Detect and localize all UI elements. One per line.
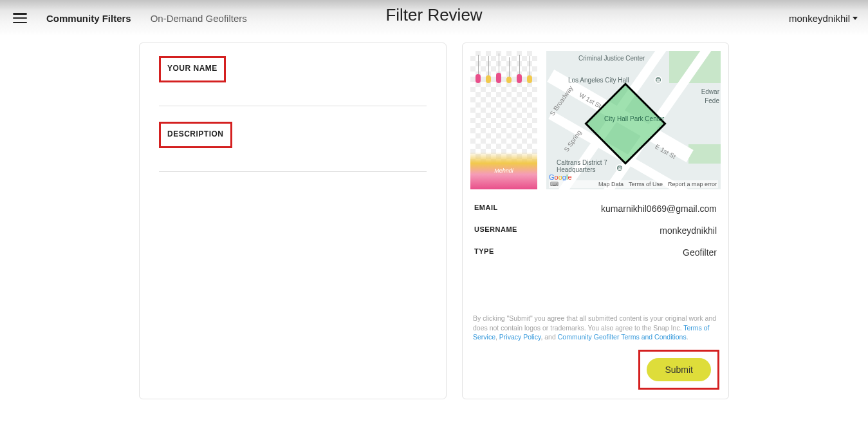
legal-pre: By clicking "Submit" you agree that all … xyxy=(473,314,716,332)
description-label: DESCRIPTION xyxy=(167,129,224,138)
review-panel: Mehndi City Hall Park Center Criminal Ju… xyxy=(462,43,729,399)
info-rows: EMAIL kumarnikhil0669@gmail.com USERNAME… xyxy=(470,204,721,269)
map-report-link[interactable]: Report a map error xyxy=(668,181,717,187)
poi-fede: Fede xyxy=(705,97,719,104)
map[interactable]: City Hall Park Center Criminal Justice C… xyxy=(546,51,721,189)
geofilter-terms-link[interactable]: Community Geofilter Terms and Conditions xyxy=(558,333,687,341)
submit-button[interactable]: Submit xyxy=(647,358,711,381)
page-title: Filter Review xyxy=(385,5,482,25)
poi-city-hall: Los Angeles City Hall xyxy=(568,77,629,84)
username-value: monkeydnikhil xyxy=(660,225,717,236)
tab-on-demand-geofilters[interactable]: On-Demand Geofilters xyxy=(151,13,247,24)
map-pin-icon: 🏛 xyxy=(654,76,662,84)
tab-community-filters[interactable]: Community Filters xyxy=(46,13,131,24)
highlight-description: DESCRIPTION xyxy=(159,122,232,148)
map-tou-link[interactable]: Terms of Use xyxy=(629,181,663,187)
poi-caltrans: Caltrans District 7 Headquarters xyxy=(557,159,611,173)
form-panel: YOUR NAME DESCRIPTION xyxy=(139,43,447,399)
filter-preview: Mehndi xyxy=(470,51,537,189)
email-key: EMAIL xyxy=(474,204,498,214)
lanterns-decoration xyxy=(470,51,537,83)
type-value: Geofilter xyxy=(683,247,717,258)
your-name-input[interactable] xyxy=(159,88,427,106)
menu-icon[interactable] xyxy=(13,13,27,23)
media-row: Mehndi City Hall Park Center Criminal Ju… xyxy=(470,51,721,189)
type-key: TYPE xyxy=(474,247,494,258)
poi-edward: Edwar xyxy=(701,88,719,95)
chevron-down-icon xyxy=(853,17,858,20)
info-row-email: EMAIL kumarnikhil0669@gmail.com xyxy=(474,204,717,214)
description-input[interactable] xyxy=(159,153,427,172)
highlight-submit: Submit xyxy=(638,350,719,390)
your-name-label: YOUR NAME xyxy=(167,64,217,73)
main-content: YOUR NAME DESCRIPTION Mehndi xyxy=(0,36,868,399)
privacy-link[interactable]: Privacy Policy xyxy=(499,333,541,341)
map-attribution: ⌨ Map Data Terms of Use Report a map err… xyxy=(549,180,718,188)
geofence-label: City Hall Park Center xyxy=(604,115,664,123)
info-row-username: USERNAME monkeydnikhil xyxy=(474,225,717,236)
info-row-type: TYPE Geofilter xyxy=(474,247,717,258)
email-value: kumarnikhil0669@gmail.com xyxy=(601,204,717,214)
map-pin-icon: 🏛 xyxy=(616,164,623,172)
username-key: USERNAME xyxy=(474,225,517,236)
map-data-link[interactable]: Map Data xyxy=(598,181,623,187)
user-menu[interactable]: monkeydnikhil xyxy=(789,13,858,24)
filter-banner: Mehndi xyxy=(470,152,537,189)
highlight-your-name: YOUR NAME xyxy=(159,56,226,82)
submit-area: Submit xyxy=(470,350,721,391)
app-header: Community Filters On-Demand Geofilters F… xyxy=(0,0,868,36)
poi-criminal-justice: Criminal Justice Center xyxy=(578,55,645,62)
user-name: monkeydnikhil xyxy=(789,13,850,24)
nav-tabs: Community Filters On-Demand Geofilters xyxy=(46,13,266,24)
legal-text: By clicking "Submit" you agree that all … xyxy=(470,314,721,342)
keyboard-icon[interactable]: ⌨ xyxy=(550,181,559,187)
